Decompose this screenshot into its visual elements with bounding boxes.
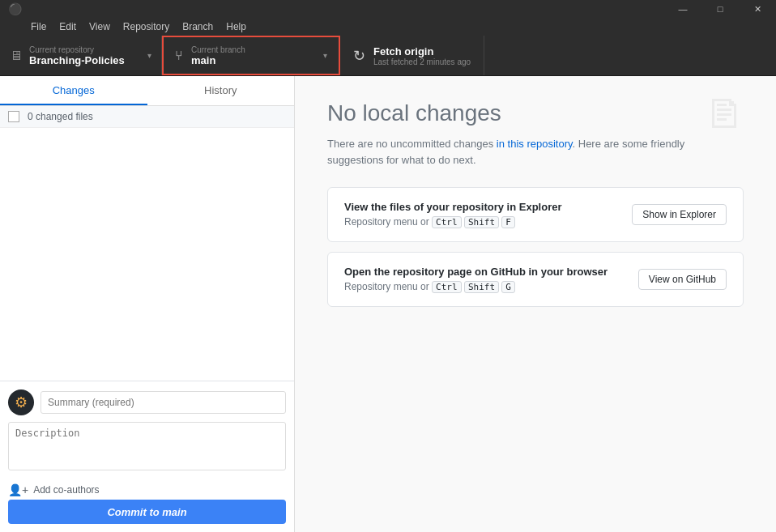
- branch-name: main: [191, 54, 245, 66]
- commit-btn-prefix: Commit to: [107, 506, 162, 518]
- menu-branch[interactable]: Branch: [176, 18, 220, 36]
- left-tabs: Changes History: [0, 76, 294, 106]
- file-list-area: [0, 128, 294, 381]
- changed-files-label: 0 changed files: [28, 111, 93, 122]
- suggestion-explorer-text: View the files of your repository in Exp…: [344, 201, 616, 228]
- main-layout: Changes History 0 changed files ⚙ 👤+ Add…: [0, 76, 776, 532]
- left-panel: Changes History 0 changed files ⚙ 👤+ Add…: [0, 76, 295, 532]
- close-button[interactable]: ✕: [739, 0, 776, 18]
- branch-info: Current branch main: [191, 45, 245, 66]
- commit-area: ⚙ 👤+ Add co-authors Commit to main: [0, 381, 294, 532]
- menu-view[interactable]: View: [83, 18, 117, 36]
- fetch-origin-button[interactable]: ↻ Fetch origin Last fetched 2 minutes ag…: [340, 36, 484, 75]
- view-on-github-button[interactable]: View on GitHub: [638, 269, 727, 290]
- repo-selector[interactable]: 🖥 Current repository Branching-Policies …: [0, 36, 162, 75]
- no-changes-description: There are no uncommitted changes in this…: [327, 136, 744, 168]
- repo-name: Branching-Policies: [29, 54, 125, 66]
- fetch-icon: ↻: [353, 47, 365, 65]
- branch-icon: ⑂: [175, 49, 183, 63]
- tab-history[interactable]: History: [147, 76, 295, 105]
- commit-btn-branch: main: [162, 506, 186, 518]
- branch-selector[interactable]: ⑂ Current branch main ▾: [162, 36, 340, 75]
- user-avatar: ⚙: [8, 389, 34, 415]
- repo-label: Current repository: [29, 45, 125, 54]
- right-panel: 🖹 No local changes There are no uncommit…: [295, 76, 776, 532]
- no-changes-desc-link[interactable]: in this repository: [497, 138, 573, 150]
- key-ctrl-g: Ctrl: [432, 281, 462, 293]
- suggestion-card-github: Open the repository page on GitHub in yo…: [327, 252, 744, 307]
- key-shift: Shift: [464, 216, 499, 228]
- suggestion-explorer-title: View the files of your repository in Exp…: [344, 201, 616, 213]
- branch-dropdown-arrow: ▾: [323, 51, 327, 60]
- menu-repository[interactable]: Repository: [117, 18, 176, 36]
- menu-edit[interactable]: Edit: [53, 18, 83, 36]
- key-f: F: [501, 216, 515, 228]
- minimize-button[interactable]: —: [664, 0, 701, 18]
- titlebar: ⚫ — □ ✕: [0, 0, 776, 18]
- fetch-title: Fetch origin: [373, 45, 471, 57]
- menu-help[interactable]: Help: [220, 18, 253, 36]
- repo-info: Current repository Branching-Policies: [29, 45, 125, 66]
- suggestion-github-prefix: Repository menu or: [344, 281, 432, 292]
- menu-file[interactable]: File: [24, 18, 53, 36]
- no-changes-title: No local changes: [327, 100, 744, 126]
- changed-files-bar: 0 changed files: [0, 106, 294, 128]
- app-logo: ⚫: [8, 2, 22, 15]
- menubar: File Edit View Repository Branch Help: [0, 18, 776, 36]
- suggestion-github-text: Open the repository page on GitHub in yo…: [344, 266, 622, 293]
- tab-changes[interactable]: Changes: [0, 76, 147, 105]
- description-input[interactable]: [8, 422, 286, 470]
- key-shift-g: Shift: [464, 281, 499, 293]
- suggestion-card-explorer: View the files of your repository in Exp…: [327, 187, 744, 242]
- fetch-sub: Last fetched 2 minutes ago: [373, 57, 471, 66]
- suggestion-github-sub: Repository menu or Ctrl Shift G: [344, 281, 622, 293]
- suggestion-explorer-sub: Repository menu or Ctrl Shift F: [344, 216, 616, 228]
- coauthor-label: Add co-authors: [33, 484, 99, 496]
- repo-icon: 🖥: [10, 49, 23, 63]
- illustration: 🖹: [705, 92, 744, 137]
- suggestion-explorer-prefix: Repository menu or: [344, 216, 432, 228]
- toolbar: 🖥 Current repository Branching-Policies …: [0, 36, 776, 76]
- key-ctrl: Ctrl: [432, 216, 462, 228]
- key-g: G: [501, 281, 515, 293]
- select-all-checkbox[interactable]: [8, 111, 19, 122]
- show-in-explorer-button[interactable]: Show in Explorer: [632, 204, 727, 225]
- fetch-info: Fetch origin Last fetched 2 minutes ago: [373, 45, 471, 66]
- summary-input[interactable]: [41, 391, 286, 414]
- add-coauthor-button[interactable]: 👤+ Add co-authors: [8, 480, 286, 500]
- suggestion-github-title: Open the repository page on GitHub in yo…: [344, 266, 622, 278]
- commit-summary-row: ⚙: [8, 389, 286, 415]
- no-changes-desc-before: There are no uncommitted changes: [327, 138, 497, 150]
- maximize-button[interactable]: □: [701, 0, 739, 18]
- add-person-icon: 👤+: [8, 483, 28, 496]
- repo-dropdown-arrow: ▾: [147, 51, 151, 60]
- branch-label: Current branch: [191, 45, 245, 54]
- commit-button[interactable]: Commit to main: [8, 500, 286, 524]
